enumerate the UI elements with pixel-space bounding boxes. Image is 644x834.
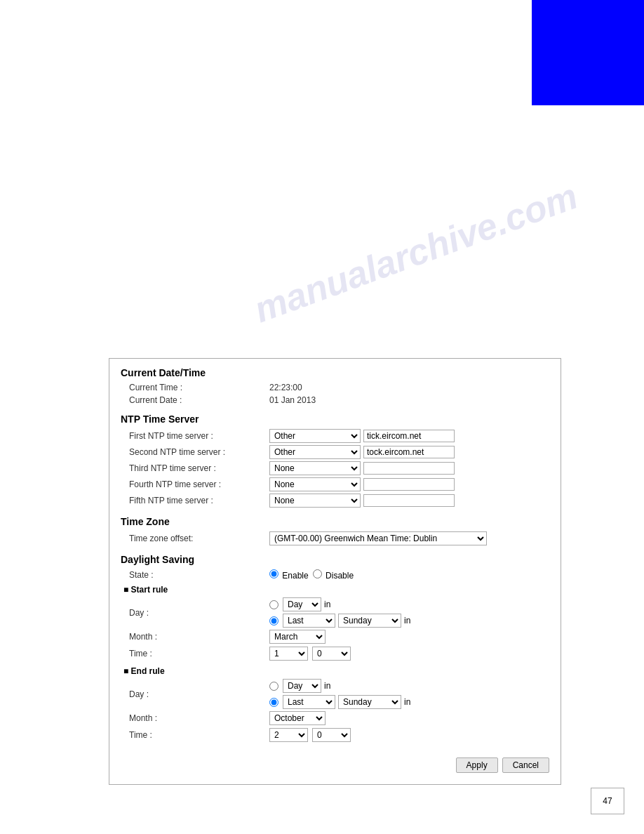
- end-in-label1: in: [324, 681, 330, 691]
- ntp-row-2: Second NTP time server : Other None: [121, 445, 549, 459]
- ntp-select-3[interactable]: None Other: [269, 461, 361, 475]
- start-month-select[interactable]: January February March April May June Ju…: [269, 630, 326, 644]
- blue-tab-decoration: [532, 0, 644, 105]
- ntp-input-1[interactable]: [363, 430, 455, 442]
- disable-label[interactable]: Disable: [313, 569, 354, 581]
- end-month-select[interactable]: January February March April May June Ju…: [269, 711, 326, 725]
- end-day-controls: Day in Last First Second Third Fourth Su…: [269, 679, 410, 709]
- disable-text: Disable: [326, 571, 354, 581]
- section-title-timezone: Time Zone: [121, 516, 549, 527]
- end-day-line2: Last First Second Third Fourth Sunday Mo…: [269, 695, 410, 709]
- ntp-input-2[interactable]: [363, 446, 455, 458]
- start-weekday-select[interactable]: Sunday Monday Tuesday Wednesday Thursday…: [338, 614, 401, 628]
- start-last-radio[interactable]: [269, 616, 279, 626]
- enable-text: Enable: [282, 571, 308, 581]
- section-title-daylight: Daylight Saving: [121, 554, 549, 565]
- start-in-label1: in: [324, 600, 330, 609]
- start-month-row: Month : January February March April May…: [121, 630, 549, 644]
- section-title-ntp: NTP Time Server: [121, 413, 549, 425]
- apply-button[interactable]: Apply: [456, 757, 498, 773]
- start-day-row: Day : Day in Last First Second Third: [121, 597, 549, 628]
- end-day-radio[interactable]: [269, 682, 279, 691]
- end-in-label2: in: [404, 697, 410, 707]
- start-day-line1: Day in: [269, 597, 410, 611]
- end-day-line1: Day in: [269, 679, 410, 693]
- end-time-controls: 1 2 3 0 15 30 45: [269, 728, 351, 742]
- ntp-label-4: Fourth NTP time server :: [129, 479, 269, 489]
- end-time-label: Time :: [129, 730, 269, 740]
- ntp-select-4[interactable]: None Other: [269, 477, 361, 491]
- start-last-select[interactable]: Last First Second Third Fourth: [283, 614, 335, 628]
- main-content: Current Date/Time Current Time : 22:23:0…: [109, 358, 561, 785]
- ntp-input-5[interactable]: [363, 494, 455, 507]
- start-day-label: Day :: [129, 608, 269, 618]
- state-controls: Enable Disable: [269, 569, 354, 581]
- start-day-select[interactable]: Day: [283, 597, 321, 611]
- start-rule-header: ■ Start rule: [121, 585, 549, 595]
- end-time-hour[interactable]: 1 2 3: [269, 728, 308, 742]
- start-time-min[interactable]: 0 15 30 45: [312, 647, 351, 661]
- ntp-select-2[interactable]: Other None: [269, 445, 361, 459]
- start-in-label2: in: [404, 616, 410, 626]
- current-date-row: Current Date : 01 Jan 2013: [121, 395, 549, 405]
- end-day-row: Day : Day in Last First Second Third: [121, 679, 549, 709]
- disable-radio[interactable]: [313, 569, 322, 578]
- ntp-row-5: Fifth NTP time server : None Other: [121, 494, 549, 508]
- end-rule-header: ■ End rule: [121, 666, 549, 676]
- current-time-label: Current Time :: [129, 383, 269, 392]
- end-last-radio[interactable]: [269, 698, 279, 707]
- ntp-select-1[interactable]: Other None: [269, 429, 361, 443]
- current-time-value: 22:23:00: [269, 383, 302, 392]
- end-time-row: Time : 1 2 3 0 15 30 45: [121, 728, 549, 742]
- ntp-label-2: Second NTP time server :: [129, 447, 269, 457]
- ntp-input-3[interactable]: [363, 462, 455, 475]
- current-time-row: Current Time : 22:23:00: [121, 383, 549, 392]
- start-day-line2: Last First Second Third Fourth Sunday Mo…: [269, 614, 410, 628]
- end-month-label: Month :: [129, 713, 269, 723]
- ntp-row-1: First NTP time server : Other None: [121, 429, 549, 443]
- ntp-input-4[interactable]: [363, 478, 455, 491]
- current-date-value: 01 Jan 2013: [269, 395, 316, 405]
- page-number: 47: [603, 796, 612, 806]
- timezone-offset-label: Time zone offset:: [129, 534, 269, 543]
- start-day-radio[interactable]: [269, 600, 279, 609]
- ntp-label-1: First NTP time server :: [129, 431, 269, 441]
- ntp-select-5[interactable]: None Other: [269, 494, 361, 508]
- end-time-min[interactable]: 0 15 30 45: [312, 728, 351, 742]
- form-panel: Current Date/Time Current Time : 22:23:0…: [109, 358, 561, 785]
- button-row: Apply Cancel: [121, 752, 549, 773]
- end-day-label: Day :: [129, 689, 269, 699]
- end-weekday-select[interactable]: Sunday Monday: [338, 695, 401, 709]
- start-time-hour[interactable]: 1 2 3: [269, 647, 308, 661]
- ntp-row-3: Third NTP time server : None Other: [121, 461, 549, 475]
- start-time-row: Time : 1 2 3 0 15 30 45: [121, 647, 549, 661]
- end-month-row: Month : January February March April May…: [121, 711, 549, 725]
- timezone-select[interactable]: (GMT-00.00) Greenwich Mean Time: Dublin …: [269, 531, 487, 545]
- page-number-box: 47: [591, 788, 624, 814]
- start-time-label: Time :: [129, 649, 269, 658]
- ntp-label-5: Fifth NTP time server :: [129, 496, 269, 505]
- end-last-select[interactable]: Last First Second Third Fourth: [283, 695, 335, 709]
- start-day-controls: Day in Last First Second Third Fourth Su…: [269, 597, 410, 628]
- ntp-label-3: Third NTP time server :: [129, 463, 269, 473]
- ntp-row-4: Fourth NTP time server : None Other: [121, 477, 549, 491]
- start-month-label: Month :: [129, 632, 269, 642]
- cancel-button[interactable]: Cancel: [502, 757, 549, 773]
- start-time-controls: 1 2 3 0 15 30 45: [269, 647, 351, 661]
- enable-label[interactable]: Enable: [269, 569, 309, 581]
- section-title-datetime: Current Date/Time: [121, 367, 549, 378]
- enable-radio[interactable]: [269, 569, 279, 578]
- timezone-row: Time zone offset: (GMT-00.00) Greenwich …: [121, 531, 549, 545]
- state-label: State :: [129, 570, 269, 580]
- end-day-select[interactable]: Day: [283, 679, 321, 693]
- state-row: State : Enable Disable: [121, 569, 549, 581]
- watermark: manualarchive.com: [248, 175, 583, 331]
- current-date-label: Current Date :: [129, 395, 269, 405]
